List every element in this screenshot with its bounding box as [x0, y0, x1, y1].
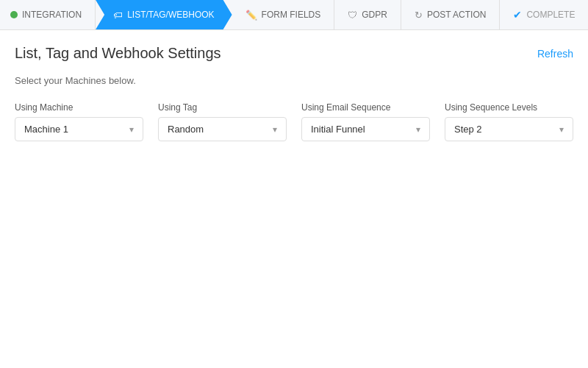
- dropdown-value-machine: Machine 1: [24, 124, 68, 135]
- edit-icon: ✏️: [245, 10, 257, 21]
- dropdown-value-tag: Random: [168, 124, 204, 135]
- top-navigation: INTEGRATION 🏷 LIST/TAG/WEBHOOK ✏️ FORM F…: [0, 0, 588, 30]
- check-icon: ✔: [513, 9, 522, 21]
- page-header: List, Tag and Webhook Settings Refresh: [15, 45, 573, 62]
- nav-item-post-action[interactable]: ↻ POST ACTION: [401, 0, 500, 29]
- dropdown-group-email-sequence: Using Email SequenceInitial Funnel▾: [301, 102, 430, 141]
- dropdown-group-tag: Using TagRandom▾: [158, 102, 287, 141]
- shield-icon: 🛡: [348, 10, 357, 21]
- nav-label-integration: INTEGRATION: [22, 10, 82, 20]
- nav-item-list-tag-webhook[interactable]: 🏷 LIST/TAG/WEBHOOK: [96, 0, 232, 29]
- nav-label-complete: COMPLETE: [526, 10, 575, 20]
- page-subtitle: Select your Machines below.: [15, 75, 573, 86]
- refresh-button[interactable]: Refresh: [537, 48, 573, 60]
- dropdowns-row: Using MachineMachine 1▾Using TagRandom▾U…: [15, 102, 573, 141]
- dropdown-arrow-email-sequence: ▾: [416, 124, 420, 135]
- main-content: List, Tag and Webhook Settings Refresh S…: [0, 30, 588, 141]
- dropdown-select-sequence-levels[interactable]: Step 2▾: [445, 117, 573, 141]
- refresh-circle-icon: ↻: [415, 10, 423, 21]
- dropdown-group-machine: Using MachineMachine 1▾: [15, 102, 143, 141]
- nav-label-gdpr: GDPR: [362, 10, 387, 20]
- dropdown-label-sequence-levels: Using Sequence Levels: [445, 102, 573, 113]
- nav-label-post-action: POST ACTION: [427, 10, 486, 20]
- tag-icon: 🏷: [113, 10, 123, 21]
- nav-label-form-fields: FORM FIELDS: [262, 10, 321, 20]
- dropdown-group-sequence-levels: Using Sequence LevelsStep 2▾: [445, 102, 573, 141]
- nav-item-complete[interactable]: ✔ COMPLETE: [500, 0, 588, 29]
- dropdown-arrow-sequence-levels: ▾: [559, 124, 564, 135]
- nav-item-form-fields[interactable]: ✏️ FORM FIELDS: [232, 0, 335, 29]
- dropdown-arrow-tag: ▾: [273, 124, 277, 135]
- page-title: List, Tag and Webhook Settings: [15, 45, 221, 62]
- dropdown-label-email-sequence: Using Email Sequence: [301, 102, 430, 113]
- integration-dot-icon: [10, 11, 18, 18]
- dropdown-label-tag: Using Tag: [158, 102, 287, 113]
- dropdown-value-email-sequence: Initial Funnel: [311, 124, 365, 135]
- nav-label-list-tag-webhook: LIST/TAG/WEBHOOK: [127, 10, 214, 20]
- nav-item-integration[interactable]: INTEGRATION: [0, 0, 96, 29]
- dropdown-arrow-machine: ▾: [129, 124, 134, 135]
- nav-item-gdpr[interactable]: 🛡 GDPR: [334, 0, 401, 29]
- dropdown-select-email-sequence[interactable]: Initial Funnel▾: [301, 117, 430, 141]
- dropdown-value-sequence-levels: Step 2: [454, 124, 482, 135]
- dropdown-label-machine: Using Machine: [15, 102, 143, 113]
- dropdown-select-tag[interactable]: Random▾: [158, 117, 287, 141]
- dropdown-select-machine[interactable]: Machine 1▾: [15, 117, 143, 141]
